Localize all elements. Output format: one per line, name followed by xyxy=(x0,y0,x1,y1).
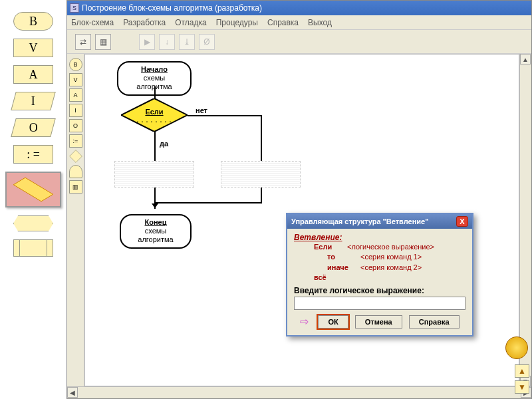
label-yes: да xyxy=(160,140,168,148)
external-palette: B V A I O : = xyxy=(0,0,66,399)
menu-debug[interactable]: Отладка xyxy=(175,18,206,27)
smiley-icon xyxy=(505,336,528,359)
dialog-prompt: Введите логическое выражение: xyxy=(294,286,466,295)
scroll-left-icon[interactable]: ◀ xyxy=(67,387,78,398)
window-title: Построение блок-схемы алгоритма (разрабо… xyxy=(82,3,262,13)
palette-var[interactable]: V xyxy=(13,39,53,57)
app-icon: S xyxy=(70,3,79,13)
menu-procedures[interactable]: Процедуры xyxy=(216,18,258,27)
palette-assign[interactable]: : = xyxy=(13,145,53,164)
palette-subroutine[interactable] xyxy=(13,239,53,257)
dialog-close-button[interactable]: X xyxy=(456,216,468,227)
palette-output[interactable]: O xyxy=(11,118,56,137)
menu-help[interactable]: Справка xyxy=(267,18,299,27)
side-decision-icon[interactable] xyxy=(69,150,82,163)
pointer-icon: ⇨ xyxy=(300,315,309,328)
titlebar: S Построение блок-схемы алгоритма (разра… xyxy=(67,1,531,15)
menu-exit[interactable]: Выход xyxy=(308,18,332,27)
nav-down-icon[interactable]: ▼ xyxy=(515,380,529,394)
dialog-titlebar: Управляющая структура "Ветвление" X xyxy=(287,214,472,229)
tool-stop-icon[interactable]: Ø xyxy=(199,34,215,50)
node-decision[interactable]: Если . . . . . . . . xyxy=(121,98,188,132)
app-window: S Построение блок-схемы алгоритма (разра… xyxy=(66,0,532,399)
menu-develop[interactable]: Разработка xyxy=(123,18,166,27)
palette-begin[interactable]: B xyxy=(13,12,53,31)
placeholder-else[interactable] xyxy=(221,161,301,188)
side-action-icon[interactable]: A xyxy=(69,88,82,102)
side-input-icon[interactable]: I xyxy=(69,104,82,117)
label-no: нет xyxy=(196,106,207,114)
scroll-up-icon[interactable]: ▲ xyxy=(520,54,531,65)
tool-chart-icon[interactable]: ▦ xyxy=(95,34,111,50)
side-var-icon[interactable]: V xyxy=(69,73,82,86)
menu-blockscheme[interactable]: Блок-схема xyxy=(71,18,114,27)
side-output-icon[interactable]: O xyxy=(69,119,82,132)
tool-stepdown-icon[interactable]: ↓ xyxy=(159,34,175,50)
placeholder-then[interactable] xyxy=(114,161,194,188)
tool-insert-icon[interactable]: ⇄ xyxy=(75,34,91,50)
palette-loop[interactable] xyxy=(13,215,53,231)
side-loop-icon[interactable] xyxy=(69,165,82,178)
palette-input[interactable]: I xyxy=(11,92,56,110)
help-button[interactable]: Справка xyxy=(409,315,460,329)
side-sub-icon[interactable]: ▥ xyxy=(69,180,82,194)
dialog-heading: Ветвление: xyxy=(294,233,466,242)
menubar: Блок-схема Разработка Отладка Процедуры … xyxy=(67,15,531,30)
side-begin-icon[interactable]: B xyxy=(69,58,82,71)
tool-play-icon[interactable]: ▶ xyxy=(139,34,155,50)
palette-action[interactable]: A xyxy=(13,65,53,84)
palette-decision-selected[interactable] xyxy=(5,172,61,207)
expression-input[interactable] xyxy=(294,297,466,310)
side-assign-icon[interactable]: := xyxy=(69,134,82,148)
ok-button[interactable]: ОК xyxy=(318,315,348,329)
cancel-button[interactable]: Отмена xyxy=(355,315,402,329)
side-toolbar: B V A I O := ▥ xyxy=(67,54,84,386)
horizontal-scrollbar[interactable]: ◀ ▶ xyxy=(67,386,531,398)
toolbar: ⇄ ▦ ▶ ↓ ⤓ Ø xyxy=(67,30,531,54)
nav-up-icon[interactable]: ▲ xyxy=(515,364,529,378)
vertical-scrollbar[interactable]: ▲ ▼ xyxy=(519,54,531,386)
tool-stepinto-icon[interactable]: ⤓ xyxy=(179,34,195,50)
node-end[interactable]: Конец схемы алгоритма xyxy=(120,214,192,249)
branch-dialog: Управляющая структура "Ветвление" X Ветв… xyxy=(286,213,473,336)
